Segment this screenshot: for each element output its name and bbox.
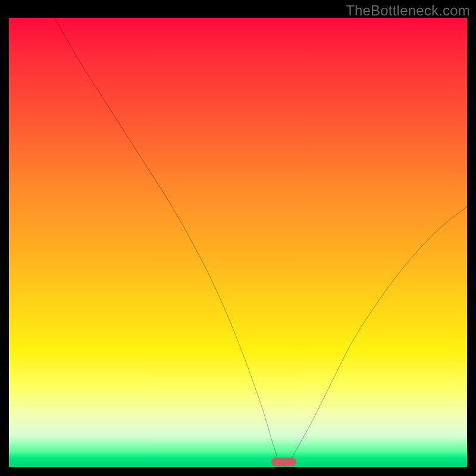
curve-path [55,18,467,467]
bottleneck-curve [9,18,467,467]
plot-area [9,18,467,467]
optimal-marker [271,458,296,466]
chart-frame: TheBottleneck.com [0,0,476,476]
watermark-text: TheBottleneck.com [346,2,470,19]
